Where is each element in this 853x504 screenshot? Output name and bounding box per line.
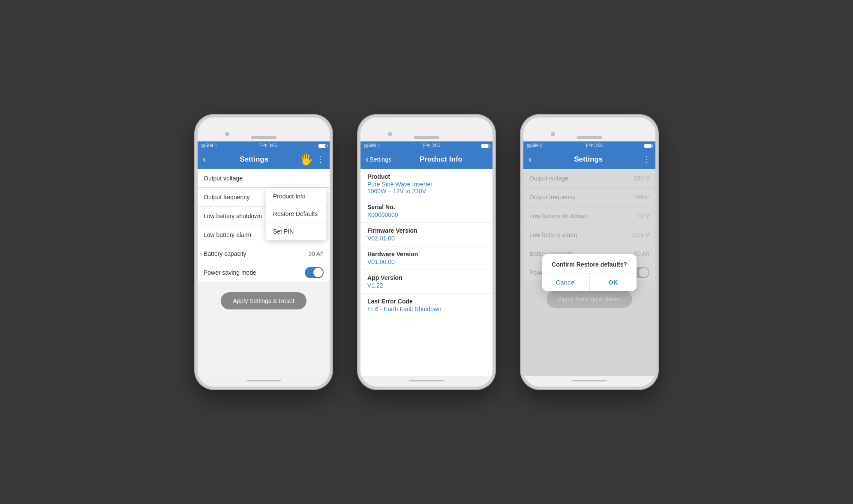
label-low-battery-shutdown: Low battery shutdown: [204, 213, 262, 219]
home-indicator-1: [246, 380, 281, 381]
product-info-firmware: Firmware Version V02.01.00: [360, 223, 493, 246]
phone-top-bezel: [198, 117, 330, 141]
earpiece-speaker: [251, 136, 276, 139]
sim-label: 無SIM卡: [201, 143, 217, 149]
label-output-voltage: Output voltage: [204, 175, 243, 182]
label-low-battery-alarm: Low battery alarm: [204, 231, 251, 238]
phone-2-screen: 無SIM卡 下午 3:05 ‹ Settings Product Info Pr…: [360, 141, 493, 376]
product-info-product: Product Pure Sine Wave Inverter 1000W – …: [360, 169, 493, 199]
battery-icon: [318, 144, 326, 148]
phone-1-screen: 無SIM卡 下午 3:05 ‹ Settings 🖐 ⋮ Output volt…: [198, 141, 330, 376]
apply-button-area-1: Apply Settings & Reset: [198, 284, 330, 318]
label-output-frequency: Output frequency: [204, 194, 249, 201]
confirm-title: Confirm Restore defaults?: [542, 254, 637, 273]
nav-title-3: Settings: [534, 155, 643, 164]
apply-settings-button-1[interactable]: Apply Settings & Reset: [221, 292, 306, 309]
back-label-2[interactable]: Settings: [369, 156, 391, 163]
confirm-cancel-button[interactable]: Cancel: [542, 273, 590, 291]
battery-icon-3: [644, 144, 652, 148]
value-battery-capacity: 90 Ah: [308, 250, 324, 257]
phone-2-bottom: [360, 376, 493, 387]
firmware-value: V02.01.00: [367, 235, 486, 242]
dropdown-menu-1: Product Info Restore Defaults Set PIN: [266, 188, 326, 240]
product-info-app: App Version V1.22: [360, 270, 493, 294]
home-indicator-2: [409, 380, 444, 381]
settings-list-3: Output voltage 230 V Output frequency 50…: [523, 169, 655, 376]
product-info-error: Last Error Code Er 6 - Earth Fault Shutd…: [360, 294, 493, 317]
earpiece-speaker-3: [577, 136, 602, 139]
confirm-ok-button[interactable]: OK: [590, 273, 637, 291]
time-label: 下午 3:05: [259, 143, 277, 149]
back-button-2[interactable]: ‹: [366, 155, 369, 164]
status-left-2: 無SIM卡: [364, 143, 380, 149]
dropdown-set-pin[interactable]: Set PIN: [266, 223, 326, 240]
hand-icon[interactable]: 🖐: [300, 153, 313, 166]
dropdown-restore-defaults[interactable]: Restore Defaults: [266, 205, 326, 223]
settings-item-power-saving[interactable]: Power saving mode: [198, 263, 330, 282]
confirm-overlay: Confirm Restore defaults? Cancel OK: [523, 169, 655, 376]
nav-icons-1: 🖐 ⋮: [300, 153, 324, 166]
earpiece-speaker-2: [414, 136, 439, 139]
hardware-value: V01.00.00: [367, 258, 486, 265]
label-battery-capacity: Battery capacity: [204, 250, 246, 257]
hardware-label: Hardware Version: [367, 251, 486, 258]
error-code-value: Er 6 - Earth Fault Shutdown: [367, 306, 486, 312]
product-info-hardware: Hardware Version V01.00.00: [360, 246, 493, 270]
app-version-value: V1.22: [367, 282, 486, 289]
settings-item-battery-capacity[interactable]: Battery capacity 90 Ah: [198, 244, 330, 263]
nav-bar-1: ‹ Settings 🖐 ⋮: [198, 150, 330, 169]
nav-bar-3: ‹ Settings ⋮: [523, 150, 655, 169]
status-left-3: 無SIM卡: [527, 143, 543, 149]
settings-list-1: Output voltage Output frequency Low batt…: [198, 169, 330, 376]
menu-button-1[interactable]: ⋮: [317, 155, 324, 164]
status-bar-3: 無SIM卡 下午 3:06: [523, 141, 655, 150]
app-version-label: App Version: [367, 274, 486, 281]
confirm-actions: Cancel OK: [542, 273, 637, 291]
product-value: Pure Sine Wave Inverter 1000W – 12V to 2…: [367, 181, 486, 195]
status-right: [318, 144, 326, 148]
phone-3-bottom: [523, 376, 655, 387]
status-bar-1: 無SIM卡 下午 3:05: [198, 141, 330, 150]
phone-3: 無SIM卡 下午 3:06 ‹ Settings ⋮ Output voltag…: [521, 115, 658, 389]
product-info-screen: Product Pure Sine Wave Inverter 1000W – …: [360, 169, 493, 376]
phone-3-screen: 無SIM卡 下午 3:06 ‹ Settings ⋮ Output voltag…: [523, 141, 655, 376]
product-label: Product: [367, 173, 486, 180]
phone-2: 無SIM卡 下午 3:05 ‹ Settings Product Info Pr…: [358, 115, 495, 389]
error-code-label: Last Error Code: [367, 298, 486, 305]
nav-title-1: Settings: [208, 155, 300, 164]
nav-bar-2: ‹ Settings Product Info: [360, 150, 493, 169]
status-right-2: [481, 144, 489, 148]
phone-top-bezel-3: [523, 117, 655, 141]
nav-title-2: Product Info: [395, 155, 487, 164]
status-left: 無SIM卡: [201, 143, 217, 149]
phone-top-bezel-2: [360, 117, 493, 141]
back-button-1[interactable]: ‹: [203, 155, 206, 164]
front-camera-3: [551, 132, 555, 136]
menu-button-3[interactable]: ⋮: [643, 155, 650, 164]
product-info-serial: Serial No. X00000000: [360, 199, 493, 223]
firmware-label: Firmware Version: [367, 227, 486, 234]
dropdown-product-info[interactable]: Product Info: [266, 188, 326, 205]
status-bar-2: 無SIM卡 下午 3:05: [360, 141, 493, 150]
time-label-3: 下午 3:06: [585, 143, 603, 149]
phone-1: 無SIM卡 下午 3:05 ‹ Settings 🖐 ⋮ Output volt…: [195, 115, 332, 389]
status-right-3: [644, 144, 652, 148]
battery-icon-2: [481, 144, 489, 148]
serial-value: X00000000: [367, 211, 486, 218]
front-camera: [225, 132, 229, 136]
settings-item-output-voltage[interactable]: Output voltage: [198, 169, 330, 188]
label-power-saving: Power saving mode: [204, 269, 256, 276]
home-indicator-3: [572, 380, 607, 381]
power-saving-toggle[interactable]: [305, 267, 324, 278]
sim-label-3: 無SIM卡: [527, 143, 543, 149]
back-button-3[interactable]: ‹: [529, 155, 532, 164]
front-camera-2: [388, 132, 392, 136]
phone-1-bottom: [198, 376, 330, 387]
confirm-dialog: Confirm Restore defaults? Cancel OK: [542, 254, 637, 291]
serial-label: Serial No.: [367, 204, 486, 210]
sim-label-2: 無SIM卡: [364, 143, 380, 149]
time-label-2: 下午 3:05: [422, 143, 440, 149]
